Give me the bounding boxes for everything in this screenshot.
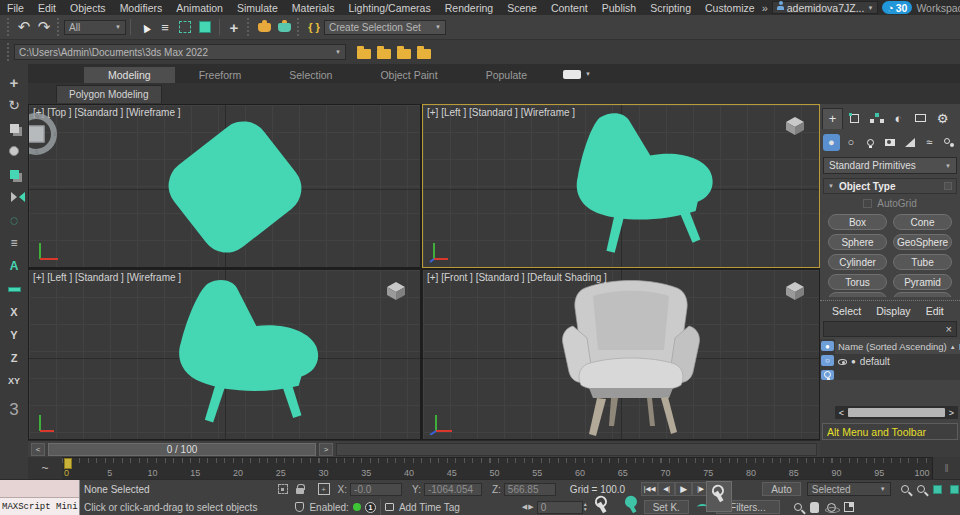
set-keys-big-button[interactable] — [706, 481, 732, 512]
select-and-move-icon[interactable]: + — [224, 17, 244, 37]
project-folder-settings-icon[interactable] — [354, 42, 374, 62]
geosphere-button[interactable]: GeoSphere — [893, 234, 952, 250]
transform-type-in-icon[interactable]: + — [318, 483, 330, 495]
toolbar-grip[interactable] — [7, 43, 11, 61]
chair-side-wireframe[interactable] — [543, 109, 743, 268]
new-folder-icon[interactable] — [374, 42, 394, 62]
menu-rendering[interactable]: Rendering — [438, 2, 500, 14]
filter-geometry-icon[interactable]: ● — [821, 341, 834, 351]
viewport-left-bottom-label[interactable]: [+] [Left ] [Standard ] [Wireframe ] — [33, 272, 181, 283]
explorer-horizontal-scrollbar[interactable]: < > — [835, 406, 958, 419]
rollout-pin-icon[interactable] — [944, 182, 952, 190]
pan-hand-icon[interactable] — [810, 502, 819, 513]
menu-simulate[interactable]: Simulate — [230, 2, 285, 14]
selection-filter-dropdown[interactable]: All ▼ — [64, 20, 126, 35]
menu-edit[interactable]: Edit — [31, 2, 63, 14]
spacewarps-category-icon[interactable]: ≈ — [921, 134, 938, 151]
maxscript-mini-label[interactable]: MAXScript Mini — [0, 498, 79, 515]
user-account-menu[interactable]: ademidova7JZ... ▼ — [772, 1, 879, 14]
scroll-left-icon[interactable]: < — [835, 408, 848, 418]
axis-constraint-x[interactable]: X — [3, 302, 25, 322]
viewport-left-bottom[interactable]: [+] [Left ] [Standard ] [Wireframe ] — [28, 269, 421, 440]
cone-button[interactable]: Cone — [893, 214, 952, 230]
cylinder-button[interactable]: Cylinder — [828, 254, 887, 270]
time-slider-forward-icon[interactable]: > — [319, 443, 333, 456]
menu-materials[interactable]: Materials — [285, 2, 342, 14]
key-mode-toggle-icon[interactable] — [597, 501, 606, 513]
toolbar-grip[interactable] — [7, 18, 11, 36]
chair-top-view-wireframe[interactable] — [159, 111, 309, 263]
systems-category-icon[interactable] — [940, 134, 957, 151]
primitives-dropdown[interactable]: Standard Primitives ▼ — [823, 157, 957, 174]
rectangular-selection-region-icon[interactable] — [175, 17, 195, 37]
viewcube-mini[interactable] — [783, 280, 807, 302]
lights-category-icon[interactable] — [862, 134, 879, 151]
filter-shapes-icon[interactable]: ○ — [821, 355, 834, 365]
viewport-top-label[interactable]: [+] [Top ] [Standard ] [Wireframe ] — [33, 107, 181, 118]
chair-shaded[interactable] — [551, 280, 711, 438]
time-slider-handle[interactable]: 0 / 100 — [48, 443, 316, 456]
add-time-tag[interactable]: Add Time Tag — [399, 502, 460, 513]
workspace-indicator[interactable]: Alt Menu and Toolbar — [822, 423, 958, 440]
redo-icon[interactable]: ↷ — [34, 17, 54, 37]
viewport-front[interactable]: [+] [Front ] [Standard ] [Default Shadin… — [422, 269, 820, 440]
viewport-front-label[interactable]: [+] [Front ] [Standard ] [Default Shadin… — [427, 272, 607, 283]
isolate-selection-icon[interactable] — [278, 484, 288, 494]
auto-key-button[interactable]: Auto — [762, 482, 801, 496]
polygon-modeling-panel[interactable]: Polygon Modeling — [56, 85, 162, 103]
autogrid-checkbox[interactable] — [863, 199, 872, 208]
clear-search-icon[interactable]: × — [946, 323, 952, 335]
menu-animation[interactable]: Animation — [169, 2, 230, 14]
time-slider-track[interactable] — [336, 443, 817, 456]
menu-customize[interactable]: Customize — [698, 2, 762, 14]
motion-tab-icon[interactable]: ◐ — [888, 108, 909, 129]
menu-overflow-chevron-icon[interactable]: » — [762, 2, 768, 14]
render-production-teapot-icon[interactable] — [274, 17, 294, 37]
set-key-button[interactable]: Set K. — [644, 500, 689, 514]
helpers-category-icon[interactable] — [901, 134, 918, 151]
modify-tab-icon[interactable] — [844, 108, 865, 129]
key-filter-dropdown[interactable]: Selected ▼ — [807, 482, 891, 496]
explorer-row-default[interactable]: ● default — [835, 354, 960, 369]
notification-badge[interactable]: 1 — [365, 502, 376, 513]
sphere-button[interactable]: Sphere — [828, 234, 887, 250]
column-name-header[interactable]: Name (Sorted Ascending) — [838, 341, 947, 352]
viewcube-mini[interactable] — [384, 280, 408, 302]
maxscript-mini-listener[interactable]: MAXScript Mini — [0, 480, 80, 515]
pyramid-button[interactable]: Pyramid — [893, 274, 952, 290]
chevron-down-icon[interactable]: ▼ — [585, 71, 591, 77]
viewport-left-top-label[interactable]: [+] [Left ] [Standard ] [Wireframe ] — [427, 107, 575, 118]
scrollbar-track[interactable] — [848, 408, 945, 417]
play-animation-icon[interactable]: ▶ — [675, 482, 692, 496]
explorer-menu-edit[interactable]: Edit — [926, 305, 944, 317]
timeline-ruler[interactable]: 0 51015202530354045505560657075808590951… — [62, 457, 932, 479]
torus-button[interactable]: Torus — [828, 274, 887, 290]
folder-nodes-icon[interactable] — [414, 42, 434, 62]
axis-constraint-z[interactable]: Z — [3, 348, 25, 368]
viewport-left-top[interactable]: [+] [Left ] [Standard ] [Wireframe ] — [422, 104, 820, 268]
explorer-header-row[interactable]: Name (Sorted Ascending) ▲ Frozen — [835, 339, 960, 354]
explorer-menu-display[interactable]: Display — [876, 305, 910, 317]
menu-publish[interactable]: Publish — [595, 2, 643, 14]
geometry-category-icon[interactable]: ● — [823, 134, 840, 151]
spline-tool-icon[interactable]: 3 — [3, 400, 25, 420]
undo-icon[interactable]: ↶ — [14, 17, 34, 37]
hierarchy-tab-icon[interactable] — [866, 108, 887, 129]
y-coordinate-field[interactable]: -1064.054 — [424, 483, 482, 496]
menu-lighting-cameras[interactable]: Lighting/Cameras — [341, 2, 437, 14]
select-and-move-icon[interactable]: + — [3, 72, 25, 92]
folder-structure-icon[interactable] — [394, 42, 414, 62]
align-icon[interactable]: ≡ — [3, 233, 25, 253]
spinner-down-icon[interactable]: ▼ — [583, 507, 592, 512]
toolbar-grip[interactable] — [247, 18, 251, 36]
zoom-all-icon[interactable] — [917, 485, 925, 493]
zoom-region-icon[interactable] — [794, 503, 802, 511]
trackbar-end-handle[interactable]: ‖ — [932, 457, 960, 479]
filter-lights-icon[interactable] — [821, 370, 834, 380]
zoom-icon[interactable] — [901, 485, 909, 493]
set-key-filters-key-icon[interactable] — [627, 501, 636, 513]
zoom-extents-icon[interactable] — [933, 485, 942, 494]
tab-selection[interactable]: Selection — [265, 67, 356, 83]
measure-ruler-icon[interactable] — [3, 279, 25, 299]
viewport-top[interactable]: [+] [Top ] [Standard ] [Wireframe ] N W … — [28, 104, 421, 268]
